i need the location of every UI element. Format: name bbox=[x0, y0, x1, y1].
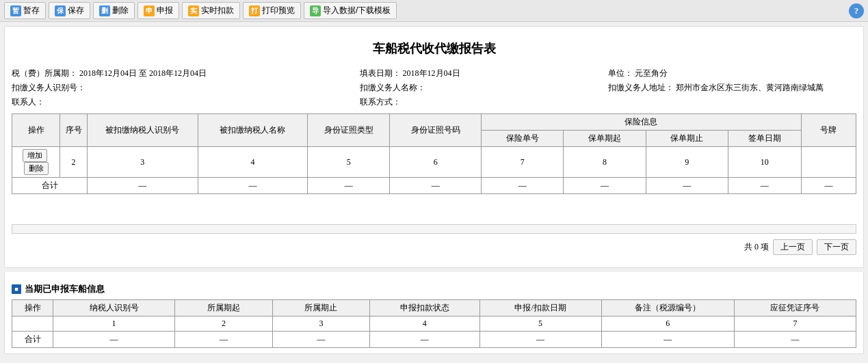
tax-period-label: 税（费）所属期： bbox=[12, 68, 77, 78]
col-num-6: 7 bbox=[482, 147, 564, 178]
bottom-total-row: 合计 — — — — — — — bbox=[12, 332, 856, 348]
tax-period-value: 2018年12月04日 至 2018年12月04日 bbox=[79, 68, 207, 78]
import-download-label: 导入数据/下载模板 bbox=[323, 5, 391, 16]
bottom-th-period-start: 所属期起 bbox=[175, 300, 273, 317]
import-download-button[interactable]: 导 导入数据/下载模板 bbox=[304, 2, 397, 19]
import-download-icon: 导 bbox=[310, 5, 321, 16]
bottom-table: 操作 纳税人识别号 所属期起 所属期止 申报扣款状态 申报/扣款日期 备注（税源… bbox=[12, 299, 856, 348]
total-label: 合计 bbox=[12, 178, 88, 194]
main-report: 车船税代收代缴报告表 税（费）所属期： 2018年12月04日 至 2018年1… bbox=[4, 26, 864, 268]
delete-row-button[interactable]: 删除 bbox=[24, 162, 49, 175]
unit-value: 元至角分 bbox=[635, 68, 668, 78]
bottom-col-num-op bbox=[12, 317, 53, 332]
total-d9: — bbox=[801, 178, 856, 194]
bottom-col-num-1: 1 bbox=[53, 317, 175, 332]
bottom-col-num-7: 7 bbox=[734, 317, 856, 332]
print-preview-icon: 打 bbox=[249, 5, 260, 16]
total-d4: — bbox=[390, 178, 482, 194]
prev-page-button[interactable]: 上一页 bbox=[773, 239, 813, 255]
th-seq: 序号 bbox=[60, 114, 88, 147]
pagination: 共 0 项 上一页 下一页 bbox=[12, 239, 856, 255]
bottom-th-declare-status: 申报扣款状态 bbox=[370, 300, 479, 317]
bottom-total-label: 合计 bbox=[12, 332, 53, 348]
section-icon: ■ bbox=[12, 284, 21, 294]
section-header: ■ 当期已申报车船信息 bbox=[12, 283, 856, 295]
col-num-2: 3 bbox=[88, 147, 198, 178]
total-d8: — bbox=[728, 178, 801, 194]
declare-label: 申报 bbox=[157, 5, 173, 16]
th-insurance-info: 保险信息 bbox=[482, 114, 802, 131]
bottom-col-num-3: 3 bbox=[272, 317, 370, 332]
total-d2: — bbox=[198, 178, 307, 194]
col-num-4: 5 bbox=[308, 147, 390, 178]
th-withheld-name: 被扣缴纳税人名称 bbox=[198, 114, 307, 147]
col-num-9: 10 bbox=[728, 147, 801, 178]
temp-save-button[interactable]: 暂 暂存 bbox=[4, 2, 46, 19]
bottom-th-declare-date: 申报/扣款日期 bbox=[479, 300, 601, 317]
declare-button[interactable]: 申 申报 bbox=[137, 2, 179, 19]
bottom-total-d6: — bbox=[601, 332, 734, 348]
fill-date-label: 填表日期： bbox=[360, 68, 401, 78]
total-d3: — bbox=[308, 178, 390, 194]
bottom-col-num-6: 6 bbox=[601, 317, 734, 332]
withholding-name-label: 扣缴义务人名称： bbox=[360, 83, 425, 92]
th-plate-no: 号牌 bbox=[801, 114, 856, 147]
main-table: 操作 序号 被扣缴纳税人识别号 被扣缴纳税人名称 身份证照类型 身份证照号码 保… bbox=[12, 113, 856, 194]
th-id-no: 身份证照号码 bbox=[390, 114, 482, 147]
bottom-th-taxpayer-id: 纳税人识别号 bbox=[53, 300, 175, 317]
bottom-total-d7: — bbox=[734, 332, 856, 348]
withholding-address-label: 扣缴义务人地址： bbox=[608, 83, 674, 92]
save-button[interactable]: 保 保存 bbox=[49, 2, 90, 19]
temp-save-icon: 暂 bbox=[10, 5, 21, 16]
report-title: 车船税代收代缴报告表 bbox=[12, 40, 856, 57]
bottom-col-num-5: 5 bbox=[479, 317, 601, 332]
print-preview-label: 打印预览 bbox=[262, 5, 295, 16]
delete-button[interactable]: 删 删除 bbox=[93, 2, 135, 19]
save-label: 保存 bbox=[68, 5, 84, 16]
bottom-col-num-2: 2 bbox=[175, 317, 273, 332]
realtime-deduct-label: 实时扣款 bbox=[201, 5, 234, 16]
total-d1: — bbox=[88, 178, 198, 194]
main-table-scroll[interactable]: 操作 序号 被扣缴纳税人识别号 被扣缴纳税人名称 身份证照类型 身份证照号码 保… bbox=[12, 113, 856, 194]
bottom-total-d1: — bbox=[53, 332, 175, 348]
section-title: 当期已申报车船信息 bbox=[25, 283, 105, 295]
total-items: 共 0 项 bbox=[744, 241, 769, 253]
delete-icon: 删 bbox=[99, 5, 110, 16]
col-num-10 bbox=[801, 147, 856, 178]
col-num-op: 增加 删除 bbox=[12, 147, 60, 178]
total-d6: — bbox=[564, 178, 646, 194]
th-insurance-no: 保险单号 bbox=[482, 131, 564, 147]
print-preview-button[interactable]: 打 打印预览 bbox=[243, 2, 301, 19]
bottom-th-cert-no: 应征凭证序号 bbox=[734, 300, 856, 317]
horizontal-scrollbar[interactable] bbox=[12, 224, 856, 234]
col-num-5: 6 bbox=[390, 147, 482, 178]
th-policy-start: 保单期起 bbox=[564, 131, 646, 147]
bottom-th-period-end: 所属期止 bbox=[272, 300, 370, 317]
contact-method-label: 联系方式： bbox=[360, 97, 401, 107]
withholding-id-label: 扣缴义务人识别号： bbox=[12, 83, 86, 92]
bottom-section: ■ 当期已申报车船信息 操作 纳税人识别号 所属期起 所属期止 申报扣款状态 申… bbox=[4, 272, 864, 354]
save-icon: 保 bbox=[55, 5, 66, 16]
bottom-th-op: 操作 bbox=[12, 300, 53, 317]
add-row-button[interactable]: 增加 bbox=[23, 149, 47, 162]
withholding-address-value: 郑州市金水区东三街东、黄河路南绿城萬 bbox=[676, 83, 824, 92]
bottom-total-d5: — bbox=[479, 332, 601, 348]
delete-label: 删除 bbox=[112, 5, 129, 16]
th-sign-date: 签单日期 bbox=[728, 131, 801, 147]
contact-label: 联系人： bbox=[12, 97, 44, 107]
bottom-total-d4: — bbox=[370, 332, 479, 348]
bottom-total-d3: — bbox=[272, 332, 370, 348]
temp-save-label: 暂存 bbox=[23, 5, 40, 16]
col-num-1: 2 bbox=[60, 147, 88, 178]
bottom-total-d2: — bbox=[175, 332, 273, 348]
col-num-8: 9 bbox=[646, 147, 728, 178]
unit-label: 单位： bbox=[608, 68, 633, 78]
help-button[interactable]: ? bbox=[849, 3, 864, 18]
th-policy-end: 保单期止 bbox=[646, 131, 728, 147]
realtime-deduct-button[interactable]: 实 实时扣款 bbox=[182, 2, 240, 19]
bottom-col-num-4: 4 bbox=[370, 317, 479, 332]
next-page-button[interactable]: 下一页 bbox=[817, 239, 856, 255]
realtime-deduct-icon: 实 bbox=[188, 5, 199, 16]
th-id-type: 身份证照类型 bbox=[308, 114, 390, 147]
total-d5: — bbox=[482, 178, 564, 194]
